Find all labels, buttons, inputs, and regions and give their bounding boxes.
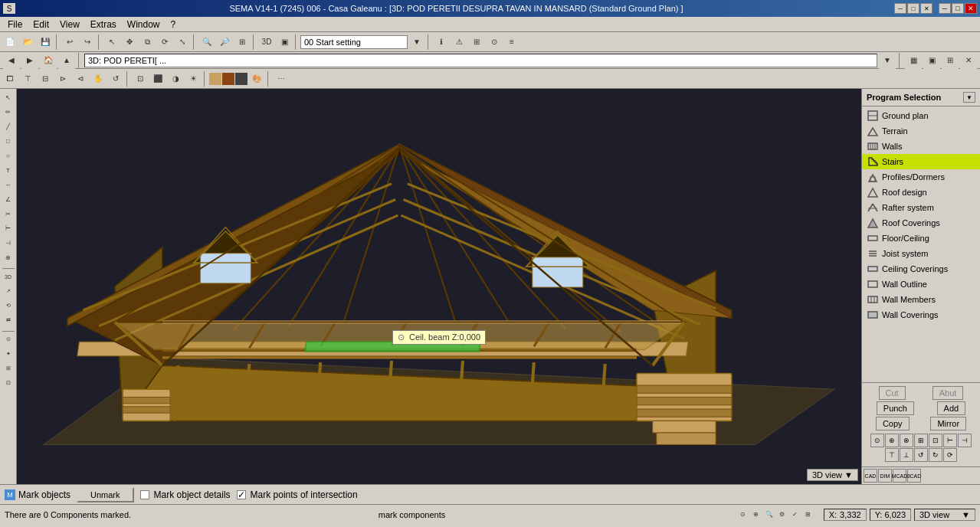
left-tb-snap1[interactable]: ⊙ [2, 332, 15, 346]
ctx-icon-4[interactable]: ⊞ [914, 434, 928, 447]
addr-home[interactable]: 🏠 [40, 52, 57, 69]
prog-item-rafter-system[interactable]: Rafter system [862, 200, 980, 215]
left-tb-circle[interactable]: ○ [2, 149, 15, 162]
left-tb-snap2[interactable]: ✦ [2, 347, 15, 361]
prog-item-wall-coverings[interactable]: Wall Coverings [862, 307, 980, 322]
ctx-add-btn[interactable]: Add [937, 401, 966, 415]
left-tb-select[interactable]: ↖ [2, 90, 15, 104]
ctx-icon-2[interactable]: ⊕ [885, 434, 899, 447]
menu-file[interactable]: File [3, 18, 27, 31]
tb-rotate[interactable]: ⟳ [156, 34, 173, 51]
addr-fwd[interactable]: ▶ [21, 52, 38, 69]
ctx-icon-6[interactable]: ⊢ [943, 434, 957, 447]
left-tb-trim[interactable]: ⊢ [2, 221, 15, 235]
tb-zoom-fit[interactable]: ⊞ [234, 34, 251, 51]
tb-redo[interactable]: ↪ [79, 34, 96, 51]
ctx-cut-btn[interactable]: Cut [879, 386, 906, 400]
menu-help[interactable]: ? [166, 18, 181, 31]
inner-restore-btn[interactable]: ─ [894, 3, 906, 14]
min-btn[interactable]: ─ [939, 3, 951, 14]
status-tb5[interactable]: ✓ [789, 509, 801, 521]
left-tb-snap4[interactable]: ⊡ [2, 376, 15, 390]
tb2-view-right[interactable]: ⊳ [54, 70, 71, 87]
left-tb-angle[interactable]: ∠ [2, 192, 15, 206]
ctx-icon-7[interactable]: ⊣ [958, 434, 972, 447]
ctx-icon-3[interactable]: ⊗ [900, 434, 913, 447]
tb2-light[interactable]: ☀ [185, 70, 202, 87]
tb2-color2[interactable] [222, 73, 234, 85]
tb-3d[interactable]: 3D [258, 34, 275, 51]
left-tb-dim[interactable]: ↔ [2, 178, 15, 191]
3cad-icon[interactable]: 3CAD [907, 469, 921, 483]
3d-viewport[interactable]: ⊙ Ceil. beam Z:0,000 3D view ▼ [17, 89, 861, 484]
tb2-view-front[interactable]: ⊟ [37, 70, 54, 87]
ctx-icon-11[interactable]: ↻ [929, 448, 942, 462]
unmark-button[interactable]: Unmark [77, 487, 134, 502]
tb-snap[interactable]: ⊙ [486, 34, 503, 51]
ctx-icon-1[interactable]: ⊙ [870, 434, 884, 447]
view-path[interactable]: 3D: POD PERETI[ ... [84, 54, 877, 67]
tb-settings-dropdown[interactable]: ▼ [408, 34, 425, 51]
left-tb-3d3[interactable]: ⟲ [2, 299, 15, 313]
inner-close-btn[interactable]: ✕ [920, 3, 932, 14]
inner-max-btn[interactable]: □ [907, 3, 919, 14]
tb-move[interactable]: ✥ [121, 34, 138, 51]
tb2-shade[interactable]: ◑ [167, 70, 184, 87]
prog-item-roof-coverings[interactable]: Roof Coverings [862, 215, 980, 231]
status-tb4[interactable]: ⚙ [776, 509, 788, 521]
view-dropdown-icon[interactable]: ▼ [962, 510, 970, 519]
left-tb-3d1[interactable]: 3D [2, 270, 15, 283]
ctx-copy-btn[interactable]: Copy [876, 417, 910, 430]
tb2-color-picker[interactable]: 🎨 [248, 70, 265, 87]
status-tb6[interactable]: ⊞ [802, 509, 814, 521]
ctx-icon-12[interactable]: ⟳ [943, 448, 957, 462]
dim-icon[interactable]: DIM [878, 469, 892, 483]
prog-item-stairs[interactable]: Stairs [862, 154, 980, 169]
menu-window[interactable]: Window [123, 18, 165, 31]
tb-info[interactable]: ℹ [433, 34, 450, 51]
left-tb-3d4[interactable]: ⇄ [2, 313, 15, 327]
ctx-mirror-btn[interactable]: Mirror [930, 417, 966, 430]
addr-tb3[interactable]: ⊞ [942, 52, 959, 69]
tb-warn[interactable]: ⚠ [451, 34, 467, 51]
left-tb-snap3[interactable]: ⊞ [2, 362, 15, 375]
left-tb-3d2[interactable]: ↗ [2, 284, 15, 298]
tb-scale[interactable]: ⤡ [174, 34, 191, 51]
addr-up[interactable]: ▲ [58, 52, 75, 69]
prog-item-wall-outline[interactable]: Wall Outline [862, 277, 980, 292]
prog-item-wall-members[interactable]: Wall Members [862, 292, 980, 307]
addr-tb2[interactable]: ▣ [923, 52, 940, 69]
tb2-view-left[interactable]: ⊲ [72, 70, 89, 87]
close-btn[interactable]: ✕ [965, 3, 977, 14]
ctx-icon-10[interactable]: ↺ [914, 448, 928, 462]
ctx-icon-5[interactable]: ⊡ [929, 434, 942, 447]
tb-render[interactable]: ▣ [276, 34, 293, 51]
prog-item-walls[interactable]: Walls [862, 139, 980, 154]
prog-item-terrain[interactable]: Terrain [862, 123, 980, 139]
ctx-punch-btn[interactable]: Punch [877, 401, 914, 415]
prog-item-profiles-dormers[interactable]: Profiles/Dormers [862, 169, 980, 185]
left-tb-text[interactable]: T [2, 163, 15, 177]
tb-zoom-out[interactable]: 🔎 [216, 34, 233, 51]
left-tb-offset[interactable]: ⊕ [2, 250, 15, 264]
prog-item-ground-plan[interactable]: Ground plan [862, 108, 980, 123]
menu-view[interactable]: View [55, 18, 84, 31]
program-selection-dropdown[interactable]: ▼ [963, 92, 975, 103]
status-tb2[interactable]: ⊕ [750, 509, 762, 521]
prog-item-roof-design[interactable]: Roof design [862, 185, 980, 200]
tb2-color1[interactable] [209, 73, 221, 85]
tb2-color3[interactable] [235, 73, 247, 85]
addr-back[interactable]: ◀ [3, 52, 20, 69]
tb-select[interactable]: ↖ [103, 34, 120, 51]
tb2-wire[interactable]: ⊡ [132, 70, 149, 87]
menu-edit[interactable]: Edit [28, 18, 54, 31]
left-tb-line[interactable]: ╱ [2, 119, 15, 133]
tb-layer[interactable]: ≡ [503, 34, 520, 51]
status-tb3[interactable]: 🔍 [763, 509, 775, 521]
tb-grid[interactable]: ⊞ [468, 34, 485, 51]
mark-details-checkbox[interactable] [140, 490, 149, 499]
tb2-solid[interactable]: ⬛ [149, 70, 166, 87]
left-tb-draw[interactable]: ✏ [2, 105, 15, 119]
prog-item-floor-ceiling[interactable]: Floor/Ceiling [862, 231, 980, 246]
menu-extras[interactable]: Extras [86, 18, 121, 31]
